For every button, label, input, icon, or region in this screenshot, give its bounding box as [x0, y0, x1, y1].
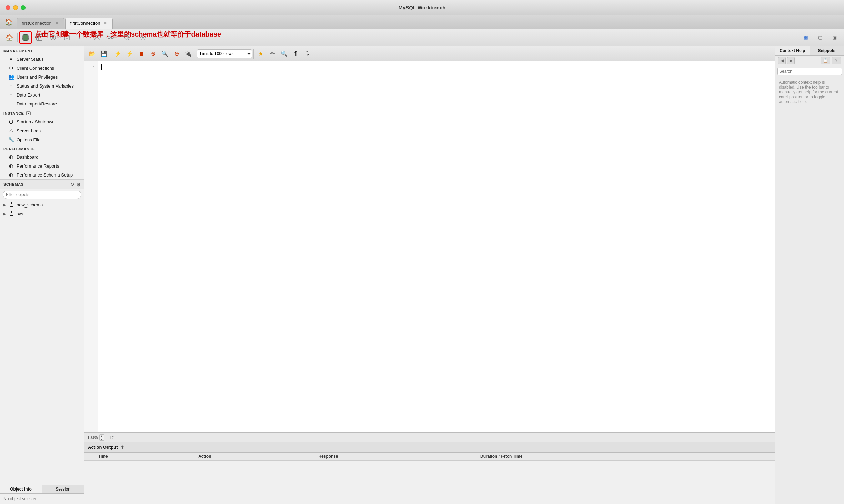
- sidebar-item-status-vars-label: Status and System Variables: [17, 83, 74, 89]
- tab-1-close[interactable]: ✕: [54, 21, 59, 26]
- toolbar-btn-5[interactable]: f: [74, 31, 87, 44]
- text-cursor: [101, 64, 102, 70]
- schema-item-new-schema[interactable]: ▶ 🗄 new_schema: [0, 200, 84, 209]
- home-button[interactable]: 🏠: [3, 16, 14, 28]
- query-explain-btn[interactable]: ⊕: [148, 49, 159, 59]
- schemas-add-icon[interactable]: ⊕: [77, 182, 81, 187]
- col-index: [84, 453, 95, 461]
- right-panel-search-input[interactable]: [777, 68, 842, 75]
- limit-select[interactable]: Limit to 1000 rows Limit to 200 rows Lim…: [197, 49, 252, 58]
- toolbar-right-3[interactable]: ▣: [828, 31, 841, 44]
- query-pencil-btn[interactable]: ✏: [267, 49, 278, 59]
- schema-label-sys: sys: [17, 211, 23, 216]
- action-output-label: Action Output: [88, 445, 118, 450]
- performance-section-header: PERFORMANCE: [0, 144, 84, 152]
- query-format-btn[interactable]: ¶: [290, 49, 301, 59]
- tab-object-info[interactable]: Object Info: [0, 485, 42, 493]
- sidebar-item-dashboard[interactable]: ◐ Dashboard: [0, 152, 84, 161]
- tab-1[interactable]: firstConnection ✕: [17, 18, 64, 29]
- nav-copy-btn[interactable]: 📋: [821, 57, 830, 64]
- query-export-btn[interactable]: ⤵: [302, 49, 313, 59]
- query-star-btn[interactable]: ★: [255, 49, 266, 59]
- query-sep-1: [111, 49, 111, 59]
- sidebar-item-data-export-label: Data Export: [17, 92, 40, 98]
- query-rollback-btn[interactable]: 🔌: [183, 49, 194, 59]
- client-connections-icon: ⚙: [8, 65, 14, 71]
- svg-rect-6: [64, 35, 69, 40]
- query-commit-btn[interactable]: ⊖: [171, 49, 182, 59]
- sidebar-item-users-privileges-label: Users and Privileges: [17, 74, 58, 80]
- bottom-info: Object Info Session No object selected: [0, 485, 84, 504]
- col-time-header: Time: [95, 453, 195, 461]
- zoom-down-btn[interactable]: ▼: [100, 438, 104, 441]
- sidebar-item-data-export[interactable]: ↑ Data Export: [0, 90, 84, 99]
- toolbar-right-2[interactable]: ▢: [814, 31, 827, 44]
- query-open-btn[interactable]: 📂: [87, 49, 98, 59]
- nav-forward-btn[interactable]: ▶: [787, 57, 795, 64]
- sidebar-item-options-file[interactable]: 🔧 Options File: [0, 135, 84, 144]
- toolbar-btn-4[interactable]: [60, 31, 73, 44]
- sidebar-item-performance-reports[interactable]: ◐ Performance Reports: [0, 161, 84, 170]
- no-object-text: No object selected: [0, 494, 84, 504]
- sidebar-item-server-status-label: Server Status: [17, 57, 44, 62]
- schema-db-icon-sys: 🗄: [9, 211, 14, 217]
- schemas-refresh-icon[interactable]: ↻: [70, 182, 74, 187]
- minimize-button[interactable]: [13, 5, 18, 10]
- query-magnify-btn[interactable]: 🔍: [279, 49, 290, 59]
- sidebar-item-server-status[interactable]: ● Server Status: [0, 54, 84, 63]
- right-tab-context-help[interactable]: Context Help: [775, 46, 810, 55]
- toolbar-btn-3[interactable]: [47, 31, 60, 44]
- search-icon: [123, 34, 130, 41]
- tab-bar: 🏠 firstConnection ✕ firstConnection ✕: [0, 15, 844, 29]
- sidebar-item-client-connections[interactable]: ⚙ Client Connections: [0, 63, 84, 72]
- query-sep-3: [253, 49, 254, 59]
- sidebar-item-data-import[interactable]: ↓ Data Import/Restore: [0, 99, 84, 108]
- toolbar-btn-2[interactable]: [33, 31, 46, 44]
- sidebar: MANAGEMENT ● Server Status ⚙ Client Conn…: [0, 46, 84, 504]
- users-privileges-icon: 👥: [8, 74, 14, 80]
- col-response-header: Response: [315, 453, 477, 461]
- sidebar-item-startup-shutdown[interactable]: ⏻ Startup / Shutdown: [0, 117, 84, 126]
- zoom-up-btn[interactable]: ▲: [100, 435, 104, 438]
- toolbar-new-schema-btn[interactable]: [19, 31, 32, 44]
- sidebar-item-server-logs[interactable]: ⚠ Server Logs: [0, 126, 84, 135]
- zoom-stepper[interactable]: ▲ ▼: [99, 434, 104, 441]
- action-output-expand-icon[interactable]: ⬆: [121, 445, 124, 450]
- close-button[interactable]: [6, 5, 10, 10]
- query-refresh-btn[interactable]: 🔍: [159, 49, 170, 59]
- action-table-header-row: Time Action Response Duration / Fetch Ti…: [84, 453, 775, 461]
- sidebar-item-performance-schema[interactable]: ◐ Performance Schema Setup: [0, 170, 84, 179]
- sql-content-area[interactable]: [98, 61, 775, 432]
- sidebar-item-status-vars[interactable]: ≡ Status and System Variables: [0, 81, 84, 90]
- right-panel-nav: ◀ ▶ 📋 ?: [775, 56, 844, 66]
- toolbar-home-btn[interactable]: 🏠: [3, 31, 16, 44]
- query-execute-btn[interactable]: ⚡: [124, 49, 135, 59]
- toolbar-right-1[interactable]: ▦: [799, 31, 812, 44]
- schemas-header: SCHEMAS ↻ ⊕: [0, 179, 84, 189]
- col-duration-header: Duration / Fetch Time: [477, 453, 775, 461]
- schema-item-sys[interactable]: ▶ 🗄 sys: [0, 209, 84, 218]
- toolbar-btn-7[interactable]: [104, 31, 117, 44]
- right-panel-search: [775, 66, 844, 77]
- tab-2[interactable]: firstConnection ✕: [65, 18, 113, 29]
- title-bar: MySQL Workbench: [0, 0, 844, 15]
- query-save-btn[interactable]: 💾: [98, 49, 109, 59]
- toolbar-btn-6[interactable]: [90, 31, 103, 44]
- tab-2-close[interactable]: ✕: [103, 21, 108, 26]
- schema-db-icon-new-schema: 🗄: [9, 202, 14, 208]
- query-execute-all-btn[interactable]: ⚡: [112, 49, 123, 59]
- tab-session[interactable]: Session: [42, 485, 84, 493]
- maximize-button[interactable]: [21, 5, 26, 10]
- toolbar-btn-search[interactable]: [120, 31, 133, 44]
- schema-filter-input[interactable]: [3, 191, 81, 199]
- action-output: Action Output ⬆ Time Action Response Dur…: [84, 442, 775, 504]
- query-stop-btn[interactable]: ⏹: [136, 49, 147, 59]
- nav-help-btn[interactable]: ?: [832, 57, 841, 64]
- startup-icon: ⏻: [8, 119, 14, 124]
- sidebar-item-users-privileges[interactable]: 👥 Users and Privileges: [0, 72, 84, 81]
- user-icon: [93, 34, 100, 41]
- schemas-icons: ↻ ⊕: [70, 182, 81, 187]
- right-tab-snippets[interactable]: Snippets: [810, 46, 844, 55]
- toolbar-btn-settings[interactable]: [137, 31, 150, 44]
- nav-back-btn[interactable]: ◀: [778, 57, 786, 64]
